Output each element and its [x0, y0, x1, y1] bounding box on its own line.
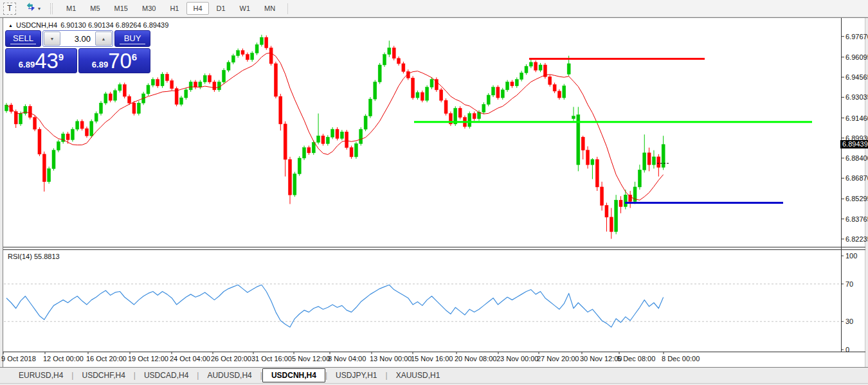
chart-symbol-period: USDCNH,H4 — [16, 21, 57, 29]
time-axis-label: 19 Oct 12:00 — [128, 355, 168, 363]
price-axis-label: 6.94565 — [845, 73, 868, 81]
time-axis-label: 27 Nov 20:00 — [537, 355, 579, 363]
time-axis-label: 26 Oct 20:00 — [211, 355, 251, 363]
time-axis-label: 15 Nov 16:00 — [411, 355, 453, 363]
time-axis-label: 30 Nov 12:00 — [580, 355, 622, 363]
chart-tab-usdchf[interactable]: USDCHF,H4 — [73, 369, 133, 382]
chart-tab-usdjpy[interactable]: USDJPY,H1 — [327, 369, 385, 382]
chart-tab-eurusd[interactable]: EURUSD,H4 — [10, 369, 71, 382]
price-axis-label: 6.97670 — [845, 33, 868, 40]
time-axis-label: 16 Oct 20:00 — [86, 355, 127, 363]
price-axis-label: 6.93035 — [845, 93, 868, 101]
volume-input[interactable]: 3.00 — [61, 31, 95, 46]
price-axis-label: 6.83765 — [845, 215, 868, 223]
time-axis-label: 23 Nov 00:00 — [496, 355, 538, 363]
volume-increase-button[interactable]: ▲ — [95, 31, 112, 46]
sell-price-big: 43 — [35, 50, 59, 71]
time-axis-label: 12 Oct 00:00 — [43, 355, 84, 363]
sell-underline — [10, 44, 36, 44]
buy-price-small: 6.89 — [92, 60, 108, 69]
price-axis-label: 6.96095 — [845, 53, 868, 61]
price-axis-label: 6.86870 — [845, 174, 868, 182]
sell-button-label: SELL — [13, 33, 33, 43]
time-axis-label: 9 Oct 2018 — [1, 355, 36, 363]
status-strip-line — [0, 383, 868, 384]
time-axis-label: 5 Dec 08:00 — [617, 355, 655, 363]
buy-underline — [120, 44, 145, 44]
price-axis-label: 6.85295 — [845, 195, 868, 202]
spin-down-icon: ▼ — [50, 37, 55, 41]
buy-button[interactable]: BUY — [114, 30, 150, 47]
sell-price-small: 6.89 — [19, 60, 35, 69]
spin-up-icon: ▲ — [102, 37, 106, 41]
rsi-axis-label: 70 — [845, 280, 853, 288]
rsi-axis-label: 100 — [845, 252, 857, 260]
sell-button[interactable]: SELL — [5, 30, 41, 47]
rsi-axis-label: 30 — [845, 318, 853, 325]
price-axis-label: 6.82235 — [845, 235, 868, 243]
time-axis-label: 20 Nov 08:00 — [455, 355, 496, 363]
title-arrow-icon: ▲ — [8, 23, 13, 28]
rsi-axis-label: 0 — [845, 346, 849, 354]
buy-price-sup: 6 — [132, 51, 137, 62]
volume-decrease-button[interactable]: ▼ — [44, 31, 60, 46]
buy-price-big: 70 — [108, 50, 132, 71]
price-axis-label: 6.88400 — [845, 154, 868, 162]
time-axis-label: 13 Nov 00:00 — [370, 355, 411, 363]
chart-title: ▲ USDCNH,H4 6.90130 6.90134 6.89264 6.89… — [8, 21, 168, 29]
current-price-badge: 6.89439 — [840, 140, 868, 148]
time-axis-label: 31 Oct 16:00 — [251, 355, 292, 363]
tab-bar: EURUSD,H4|USDCHF,H4|USDCAD,H4|AUDUSD,H4|… — [0, 368, 868, 383]
chart-tab-usdcad[interactable]: USDCAD,H4 — [136, 369, 197, 382]
sell-price-sup: 9 — [59, 51, 64, 62]
one-click-trade-panel: SELL ▼ 3.00 ▲ BUY 6.89 43 9 6.89 70 6 — [5, 30, 150, 71]
chart-ohlc-values: 6.90130 6.90134 6.89264 6.89439 — [60, 21, 168, 29]
chart-tab-xauusd[interactable]: XAUUSD,H1 — [388, 369, 449, 382]
time-axis-label: 5 Nov 12:00 — [292, 355, 330, 363]
buy-button-label: BUY — [124, 33, 141, 43]
time-axis-label: 8 Dec 00:00 — [662, 355, 700, 363]
price-axis-label: 6.91460 — [845, 114, 868, 122]
time-axis-label: 24 Oct 04:00 — [170, 355, 210, 363]
chart-tab-audusd[interactable]: AUDUSD,H4 — [199, 369, 260, 382]
sell-price-box[interactable]: 6.89 43 9 — [5, 48, 77, 73]
chart-tab-usdcnh[interactable]: USDCNH,H4 — [262, 368, 325, 382]
volume-stepper: ▼ 3.00 ▲ — [42, 30, 113, 47]
buy-price-box[interactable]: 6.89 70 6 — [78, 48, 150, 73]
rsi-indicator-label: RSI(14) 55.8813 — [8, 253, 60, 260]
time-axis-label: 8 Nov 04:00 — [328, 355, 366, 363]
